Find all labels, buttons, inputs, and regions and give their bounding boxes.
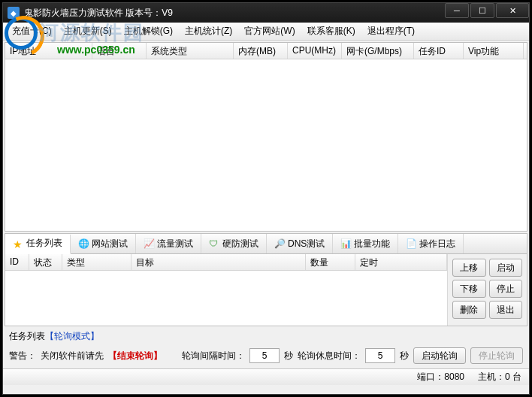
start-poll-button[interactable]: 启动轮询 [413, 347, 466, 364]
dns-icon: 🔎 [274, 238, 285, 249]
col-nic[interactable]: 网卡(G/Mbps) [342, 43, 414, 59]
status-port: 端口：8080 [417, 371, 464, 383]
tab-dns-test[interactable]: 🔎DNS测试 [267, 234, 333, 253]
shield-icon: 🛡 [209, 238, 219, 249]
hosts-table: IP地址 语言 系统类型 内存(MB) CPU(MHz) 网卡(G/Mbps) … [5, 42, 527, 232]
seconds-label-2: 秒 [400, 350, 409, 362]
tab-label: 网站测试 [92, 238, 128, 250]
hosts-table-header: IP地址 语言 系统类型 内存(MB) CPU(MHz) 网卡(G/Mbps) … [5, 43, 527, 59]
col-vip[interactable]: Vip功能 [464, 43, 524, 59]
menu-host-update[interactable]: 主机更新(S) [58, 25, 118, 38]
chart-icon: 📈 [144, 238, 154, 249]
tab-batch[interactable]: 📊批量功能 [333, 234, 398, 253]
warn-red: 【结束轮询】 [108, 350, 162, 362]
tab-web-test[interactable]: 🌐网站测试 [71, 234, 136, 253]
seconds-label-1: 秒 [284, 350, 293, 362]
tab-label: 硬防测试 [222, 238, 258, 250]
col-os[interactable]: 系统类型 [147, 43, 234, 59]
footer-prefix: 任务列表 [9, 330, 45, 343]
log-icon: 📄 [406, 238, 416, 249]
warn-label: 警告： [9, 350, 36, 362]
maximize-button[interactable]: ☐ [470, 3, 494, 18]
interval-input[interactable] [249, 348, 280, 363]
tcol-timer[interactable]: 定时 [355, 254, 447, 270]
tab-log[interactable]: 📄操作日志 [398, 234, 464, 253]
menu-host-stats[interactable]: 主机统计(Z) [179, 25, 238, 38]
tabs: ★任务列表 🌐网站测试 📈流量测试 🛡硬防测试 🔎DNS测试 📊批量功能 📄操作… [5, 233, 527, 254]
app-icon: ◆ [8, 7, 20, 19]
start-button[interactable]: 启动 [489, 259, 523, 277]
rest-input[interactable] [365, 348, 395, 363]
footer-mode: 【轮询模式】 [45, 330, 99, 343]
col-lang[interactable]: 语言 [92, 43, 147, 59]
tcol-type[interactable]: 类型 [62, 254, 131, 270]
task-table: ID 状态 类型 目标 数量 定时 [5, 254, 447, 326]
move-up-button[interactable]: 上移 [452, 259, 486, 277]
tcol-target[interactable]: 目标 [131, 254, 306, 270]
footer-mode-row: 任务列表 【轮询模式】 [5, 328, 527, 344]
tab-label: 批量功能 [354, 238, 390, 250]
tcol-status[interactable]: 状态 [29, 254, 62, 270]
task-table-body[interactable] [5, 271, 447, 326]
tab-label: 操作日志 [419, 238, 455, 250]
delete-button[interactable]: 删除 [452, 301, 486, 319]
star-icon: ★ [13, 238, 23, 249]
menubar: 充值卡(C) 主机更新(S) 主机解锁(G) 主机统计(Z) 官方网站(W) 联… [3, 23, 529, 41]
tcol-id[interactable]: ID [5, 254, 29, 270]
menu-official-site[interactable]: 官方网站(W) [238, 25, 301, 38]
window-title: 鬼影防火墙压力测试软件 版本号：V9 [24, 7, 443, 20]
hosts-table-body[interactable] [5, 59, 527, 231]
minimize-button[interactable]: ─ [445, 3, 469, 18]
close-button[interactable]: ✕ [496, 3, 529, 18]
tab-label: 任务列表 [26, 237, 62, 250]
col-mem[interactable]: 内存(MB) [234, 43, 288, 59]
batch-icon: 📊 [340, 238, 351, 249]
col-cpu[interactable]: CPU(MHz) [288, 43, 342, 59]
menu-contact[interactable]: 联系客服(K) [301, 25, 361, 38]
tab-label: DNS测试 [288, 238, 325, 250]
tab-traffic-test[interactable]: 📈流量测试 [136, 234, 201, 253]
task-side-buttons: 上移 启动 下移 停止 删除 退出 [447, 254, 527, 326]
task-table-header: ID 状态 类型 目标 数量 定时 [5, 254, 447, 271]
rest-label: 轮询休息时间： [298, 350, 361, 362]
col-taskid[interactable]: 任务ID [414, 43, 464, 59]
titlebar: ◆ 鬼影防火墙压力测试软件 版本号：V9 ─ ☐ ✕ [3, 3, 529, 23]
tab-task-list[interactable]: ★任务列表 [5, 235, 71, 254]
move-down-button[interactable]: 下移 [452, 280, 486, 298]
statusbar: 端口：8080 主机：0 台 [3, 368, 529, 385]
exit-button[interactable]: 退出 [489, 301, 523, 319]
tcol-count[interactable]: 数量 [306, 254, 355, 270]
status-hosts: 主机：0 台 [478, 371, 521, 383]
menu-host-unlock[interactable]: 主机解锁(G) [118, 25, 179, 38]
globe-icon: 🌐 [78, 238, 89, 249]
menu-recharge[interactable]: 充值卡(C) [6, 25, 58, 38]
footer-poll-row: 警告： 关闭软件前请先 【结束轮询】 轮询间隔时间： 秒 轮询休息时间： 秒 启… [5, 344, 527, 367]
menu-exit[interactable]: 退出程序(T) [361, 25, 421, 38]
tab-label: 流量测试 [157, 238, 193, 250]
stop-button[interactable]: 停止 [489, 280, 523, 298]
tab-hard-defense[interactable]: 🛡硬防测试 [201, 234, 267, 253]
interval-label: 轮询间隔时间： [182, 350, 245, 362]
col-ip[interactable]: IP地址 [5, 43, 92, 59]
stop-poll-button: 停止轮询 [470, 347, 523, 364]
warn-text: 关闭软件前请先 [41, 350, 104, 362]
